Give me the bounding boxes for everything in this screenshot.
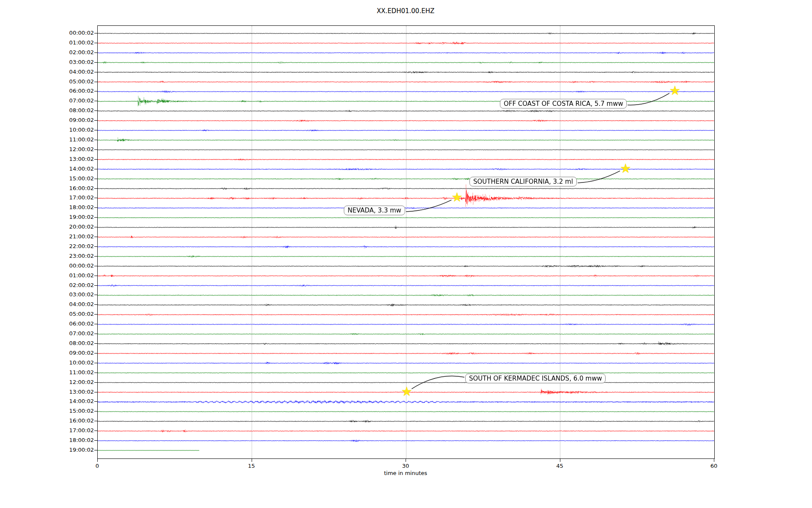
y-tick-mark (94, 169, 97, 169)
y-tick-label: 10:00:02 (56, 126, 94, 134)
event-star-icon: ★ (620, 162, 631, 174)
y-tick-mark (94, 198, 97, 198)
y-tick-label: 11:00:02 (56, 136, 94, 144)
y-tick-label: 16:00:02 (56, 417, 94, 425)
y-tick-mark (94, 120, 97, 121)
y-tick-label: 09:00:02 (56, 116, 94, 124)
y-tick-mark (94, 217, 97, 218)
y-tick-label: 18:00:02 (56, 436, 94, 444)
y-tick-mark (94, 188, 97, 189)
event-annotation-box: SOUTHERN CALIFORNIA, 3.2 ml (469, 177, 577, 187)
y-tick-mark (94, 82, 97, 82)
y-tick-label: 13:00:02 (56, 388, 94, 396)
y-tick-label: 20:00:02 (56, 223, 94, 231)
y-tick-label: 05:00:02 (56, 310, 94, 318)
y-tick-label: 07:00:02 (56, 97, 94, 105)
x-tick-label: 60 (701, 463, 727, 469)
event-star-icon: ★ (451, 191, 463, 204)
y-tick-mark (94, 324, 97, 324)
x-tick-label: 0 (85, 463, 110, 469)
y-tick-label: 22:00:02 (56, 243, 94, 250)
y-tick-mark (94, 304, 97, 305)
y-tick-mark (94, 353, 97, 353)
y-tick-mark (94, 52, 97, 53)
x-tick-label: 45 (547, 463, 573, 469)
x-tick-mark (560, 459, 560, 462)
y-tick-mark (94, 382, 97, 383)
y-tick-label: 09:00:02 (56, 349, 94, 357)
x-tick-mark (97, 459, 98, 462)
y-tick-mark (94, 334, 97, 334)
y-tick-label: 15:00:02 (56, 175, 94, 182)
y-tick-label: 03:00:02 (56, 58, 94, 66)
y-tick-label: 05:00:02 (56, 78, 94, 86)
y-tick-mark (94, 266, 97, 266)
y-tick-mark (94, 343, 97, 344)
y-tick-label: 06:00:02 (56, 320, 94, 328)
y-tick-mark (94, 110, 97, 111)
y-tick-mark (94, 130, 97, 130)
event-star-icon: ★ (669, 84, 680, 97)
y-tick-label: 02:00:02 (56, 282, 94, 289)
y-tick-mark (94, 363, 97, 363)
y-tick-label: 07:00:02 (56, 330, 94, 337)
y-tick-label: 01:00:02 (56, 39, 94, 47)
y-tick-label: 17:00:02 (56, 194, 94, 202)
y-tick-label: 00:00:02 (56, 29, 94, 37)
y-tick-label: 23:00:02 (56, 252, 94, 260)
y-tick-mark (94, 101, 97, 101)
y-tick-label: 12:00:02 (56, 378, 94, 386)
event-annotation-box: NEVADA, 3.3 mw (344, 206, 405, 215)
x-tick-label: 30 (393, 463, 418, 469)
y-tick-label: 14:00:02 (56, 398, 94, 405)
y-tick-mark (94, 207, 97, 208)
y-tick-label: 16:00:02 (56, 185, 94, 192)
x-tick-mark (714, 459, 714, 462)
y-tick-label: 13:00:02 (56, 155, 94, 163)
y-tick-mark (94, 295, 97, 295)
y-tick-label: 03:00:02 (56, 291, 94, 298)
y-tick-mark (94, 411, 97, 411)
y-tick-mark (94, 33, 97, 33)
y-tick-label: 02:00:02 (56, 49, 94, 56)
y-tick-mark (94, 149, 97, 150)
y-tick-mark (94, 392, 97, 392)
y-tick-mark (94, 314, 97, 315)
y-tick-mark (94, 440, 97, 441)
plot-title: XX.EDH01.00.EHZ (0, 7, 811, 15)
y-tick-label: 19:00:02 (56, 446, 94, 454)
y-tick-label: 14:00:02 (56, 165, 94, 173)
y-tick-mark (94, 43, 97, 43)
y-tick-mark (94, 401, 97, 402)
y-tick-label: 04:00:02 (56, 68, 94, 76)
y-tick-mark (94, 450, 97, 450)
y-tick-mark (94, 72, 97, 72)
y-tick-mark (94, 140, 97, 140)
y-tick-mark (94, 179, 97, 179)
y-tick-mark (94, 62, 97, 63)
y-tick-mark (94, 237, 97, 237)
event-star-icon: ★ (401, 385, 412, 398)
y-tick-label: 21:00:02 (56, 233, 94, 240)
event-annotation-box: SOUTH OF KERMADEC ISLANDS, 6.0 mww (465, 374, 606, 384)
y-tick-mark (94, 421, 97, 421)
event-annotation-box: OFF COAST OF COSTA RICA, 5.7 mww (500, 99, 627, 109)
y-tick-mark (94, 431, 97, 431)
y-tick-mark (94, 246, 97, 247)
y-tick-mark (94, 91, 97, 91)
x-tick-label: 15 (239, 463, 264, 469)
y-tick-mark (94, 285, 97, 286)
y-tick-label: 12:00:02 (56, 146, 94, 153)
y-tick-mark (94, 227, 97, 227)
y-tick-label: 06:00:02 (56, 87, 94, 95)
y-tick-mark (94, 276, 97, 276)
seismogram-figure: XX.EDH01.00.EHZ 00:00:0201:00:0202:00:02… (0, 0, 812, 508)
x-axis-title: time in minutes (97, 470, 714, 476)
y-tick-mark (94, 159, 97, 160)
y-tick-label: 08:00:02 (56, 340, 94, 347)
y-tick-label: 10:00:02 (56, 359, 94, 367)
y-tick-label: 17:00:02 (56, 427, 94, 434)
y-tick-label: 11:00:02 (56, 369, 94, 376)
y-tick-mark (94, 256, 97, 257)
y-tick-label: 15:00:02 (56, 407, 94, 415)
